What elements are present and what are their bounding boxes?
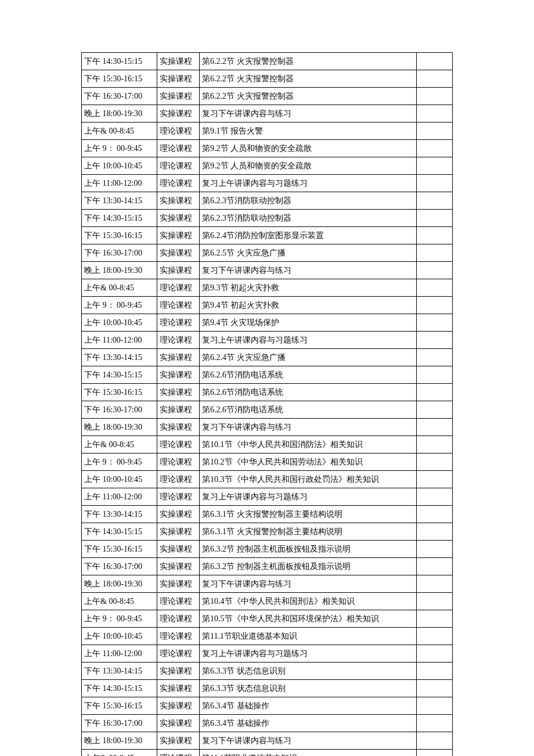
note-cell	[417, 384, 453, 401]
note-cell	[417, 244, 453, 262]
type-cell: 理论课程	[157, 488, 200, 506]
type-cell: 理论课程	[157, 297, 200, 314]
note-cell	[417, 645, 453, 663]
content-cell: 第10.5节《中华人民共和国环境保护法》相关知识	[200, 610, 417, 628]
content-cell: 第6.3.2节 控制器主机面板按钮及指示说明	[200, 558, 417, 575]
table-row: 晚上 18:00-19:30实操课程复习下午讲课内容与练习	[82, 732, 453, 750]
type-cell: 理论课程	[157, 140, 200, 157]
content-cell: 复习上午讲课内容与习题练习	[200, 488, 417, 506]
content-cell: 第9.4节 火灾现场保护	[200, 314, 417, 332]
note-cell	[417, 471, 453, 488]
type-cell: 实操课程	[157, 227, 200, 244]
content-cell: 第6.2.4节消防控制室图形显示装置	[200, 227, 417, 244]
type-cell: 实操课程	[157, 192, 200, 210]
content-cell: 复习下午讲课内容与练习	[200, 105, 417, 123]
time-cell: 下午 15:30-16:15	[82, 541, 157, 558]
note-cell	[417, 593, 453, 610]
type-cell: 理论课程	[157, 645, 200, 663]
type-cell: 实操课程	[157, 262, 200, 279]
type-cell: 理论课程	[157, 123, 200, 140]
table-row: 下午 15:30-16:15实操课程第6.3.2节 控制器主机面板按钮及指示说明	[82, 541, 453, 558]
time-cell: 下午 15:30-16:15	[82, 227, 157, 244]
time-cell: 下午 14:30-15:15	[82, 680, 157, 697]
table-row: 下午 13:30-14:15实操课程第6.2.4节 火灾应急广播	[82, 349, 453, 366]
content-cell: 第6.2.3节消防联动控制器	[200, 210, 417, 227]
time-cell: 下午 16:30-17:00	[82, 558, 157, 575]
content-cell: 第6.2.5节 火灾应急广播	[200, 244, 417, 262]
time-cell: 上午 11:00-12:00	[82, 175, 157, 192]
table-row: 下午 14:30-15:15实操课程第6.2.2节 火灾报警控制器	[82, 53, 453, 70]
time-cell: 下午 14:30-15:15	[82, 210, 157, 227]
type-cell: 实操课程	[157, 715, 200, 732]
type-cell: 理论课程	[157, 750, 200, 757]
note-cell	[417, 192, 453, 210]
note-cell	[417, 523, 453, 541]
content-cell: 第6.2.2节 火灾报警控制器	[200, 70, 417, 88]
time-cell: 晚上 18:00-19:30	[82, 575, 157, 593]
content-cell: 第6.3.2节 控制器主机面板按钮及指示说明	[200, 541, 417, 558]
type-cell: 实操课程	[157, 419, 200, 436]
type-cell: 实操课程	[157, 244, 200, 262]
table-row: 上午 11:00-12:00理论课程复习上午讲课内容与习题练习	[82, 175, 453, 192]
note-cell	[417, 70, 453, 88]
note-cell	[417, 610, 453, 628]
content-cell: 第9.2节 人员和物资的安全疏散	[200, 140, 417, 157]
table-row: 晚上 18:00-19:30实操课程复习下午讲课内容与练习	[82, 575, 453, 593]
time-cell: 晚上 18:00-19:30	[82, 262, 157, 279]
schedule-table: 下午 14:30-15:15实操课程第6.2.2节 火灾报警控制器下午 15:3…	[81, 52, 453, 756]
time-cell: 上午& 00-8:45	[82, 593, 157, 610]
content-cell: 复习上午讲课内容与习题练习	[200, 175, 417, 192]
note-cell	[417, 88, 453, 105]
table-row: 上午 11:00-12:00理论课程复习上午讲课内容与习题练习	[82, 488, 453, 506]
table-row: 下午 15:30-16:15实操课程第6.2.2节 火灾报警控制器	[82, 70, 453, 88]
time-cell: 上午 11:00-12:00	[82, 645, 157, 663]
table-row: 下午 14:30-15:15实操课程第6.2.3节消防联动控制器	[82, 210, 453, 227]
table-row: 上午 11:00-12:00理论课程复习上午讲课内容与习题练习	[82, 645, 453, 663]
type-cell: 理论课程	[157, 471, 200, 488]
note-cell	[417, 314, 453, 332]
table-row: 下午 16:30-17:00实操课程第6.2.5节 火灾应急广播	[82, 244, 453, 262]
content-cell: 第6.3.1节 火灾报警控制器主要结构说明	[200, 523, 417, 541]
note-cell	[417, 140, 453, 157]
time-cell: 下午 13:30-14:15	[82, 192, 157, 210]
type-cell: 理论课程	[157, 314, 200, 332]
table-row: 上午& 00-8:45理论课程第11.1节职业道德基本知识	[82, 750, 453, 757]
note-cell	[417, 332, 453, 349]
note-cell	[417, 349, 453, 366]
content-cell: 复习下午讲课内容与练习	[200, 419, 417, 436]
type-cell: 实操课程	[157, 558, 200, 575]
type-cell: 理论课程	[157, 279, 200, 297]
table-row: 上午 9： 00-9:45理论课程第10.2节《中华人民共和国劳动法》相关知识	[82, 453, 453, 471]
time-cell: 下午 16:30-17:00	[82, 401, 157, 419]
table-row: 下午 16:30-17:00实操课程第6.3.2节 控制器主机面板按钮及指示说明	[82, 558, 453, 575]
content-cell: 第11.1节职业道德基本知识	[200, 750, 417, 757]
table-row: 晚上 18:00-19:30实操课程复习下午讲课内容与练习	[82, 419, 453, 436]
table-row: 下午 15:30-16:15实操课程第6.2.6节消防电话系统	[82, 384, 453, 401]
content-cell: 第9.3节 初起火灾扑救	[200, 279, 417, 297]
type-cell: 实操课程	[157, 523, 200, 541]
note-cell	[417, 279, 453, 297]
type-cell: 理论课程	[157, 436, 200, 453]
content-cell: 第10.1节《中华人民共和国消防法》相关知识	[200, 436, 417, 453]
note-cell	[417, 157, 453, 175]
table-row: 下午 15:30-16:15实操课程第6.3.4节 基础操作	[82, 697, 453, 715]
table-row: 下午 14:30-15:15实操课程第6.3.3节 状态信息识别	[82, 680, 453, 697]
time-cell: 下午 14:30-15:15	[82, 53, 157, 70]
time-cell: 下午 16:30-17:00	[82, 244, 157, 262]
note-cell	[417, 732, 453, 750]
table-row: 下午 14:30-15:15实操课程第6.2.6节消防电话系统	[82, 366, 453, 384]
content-cell: 复习上午讲课内容与习题练习	[200, 332, 417, 349]
time-cell: 上午& 00-8:45	[82, 123, 157, 140]
type-cell: 实操课程	[157, 506, 200, 523]
time-cell: 下午 15:30-16:15	[82, 384, 157, 401]
note-cell	[417, 436, 453, 453]
type-cell: 实操课程	[157, 70, 200, 88]
note-cell	[417, 401, 453, 419]
table-row: 上午 9： 00-9:45理论课程第9.4节 初起火灾扑救	[82, 297, 453, 314]
table-row: 上午 10:00-10:45理论课程第11.1节职业道德基本知识	[82, 628, 453, 645]
note-cell	[417, 297, 453, 314]
type-cell: 实操课程	[157, 53, 200, 70]
type-cell: 理论课程	[157, 593, 200, 610]
type-cell: 实操课程	[157, 210, 200, 227]
content-cell: 第6.3.3节 状态信息识别	[200, 663, 417, 680]
